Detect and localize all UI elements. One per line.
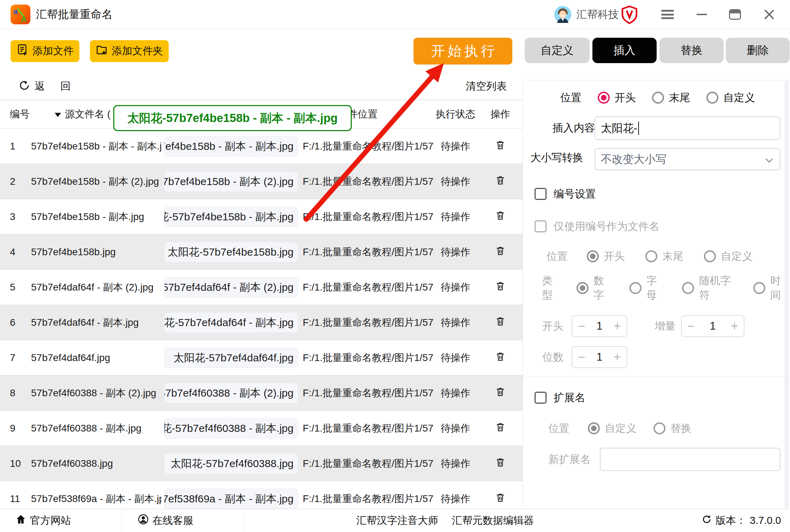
radio-insert-position-start[interactable] [598,92,610,104]
only-number-checkbox[interactable] [535,220,547,232]
trash-icon [495,492,506,506]
row-number: 11 [10,481,20,509]
radio-insert-position-start-label: 开头 [615,91,636,105]
tab-replace[interactable]: 替换 [659,38,724,63]
delete-row-button[interactable] [490,270,510,305]
tab-delete[interactable]: 删除 [726,38,790,63]
official-site-link[interactable]: 官方网站 [15,509,71,532]
clear-list-button[interactable]: 清空列表 [466,77,507,96]
delete-row-button[interactable] [490,305,510,340]
case-convert-select[interactable]: 不改变大小写 [595,148,780,170]
menu-button[interactable] [657,0,678,29]
new-filename-input[interactable]: 太阳花-57b7ef4daf64f - 副本 (2).jpg [164,277,298,298]
footer-bar: 官方网站 在线客服 汇帮汉字注音大师 汇帮元数据编辑器 版本：3.7.0.0 [0,509,790,532]
new-extension-input[interactable] [600,448,780,471]
new-filename-input[interactable]: 太阳花-57b7ef4f60388 - 副本.jpg [164,418,298,439]
delete-row-button[interactable] [490,481,510,509]
execution-status: 待操作 [434,411,477,446]
start-execute-button[interactable]: 开始执行 [414,38,512,65]
extension-checkbox[interactable] [535,392,547,404]
plus-button[interactable]: + [731,320,738,332]
radio-extension-custom[interactable] [588,422,600,434]
tab-insert[interactable]: 插入 [592,38,657,63]
row-number: 2 [10,164,16,199]
minus-button[interactable]: − [687,320,695,332]
numbering-type-row: 类型 数字 字母 随机字符 时间 [542,280,790,296]
source-filename: 57b7ef4f60388 - 副本 (2).jpg [31,375,162,411]
source-filename: 57b7ef4daf64f - 副本 (2).jpg [31,270,162,305]
sort-desc-icon[interactable] [55,113,61,117]
new-filename-input[interactable]: 太阳花-57b7ef538f69a - 副本 - 副本.jpg [164,489,298,509]
back-button[interactable]: 返 回 [18,77,77,96]
radio-type-letter[interactable] [629,282,641,294]
radio-type-number[interactable] [577,282,589,294]
file-location: F:/1.批量重命名教程/图片1/57b7e [303,411,434,446]
start-number-label: 开头 [542,315,563,337]
maximize-button[interactable] [724,0,746,29]
file-location: F:/1.批量重命名教程/图片1/57b7e [303,340,434,375]
app1-link[interactable]: 汇帮汉字注音大师 [356,509,438,532]
trash-icon [495,210,506,224]
start-number-value: 1 [596,320,602,332]
minus-button[interactable]: − [578,351,585,363]
radio-numbering-position-end[interactable] [645,250,657,262]
radio-extension-replace-label: 替换 [670,421,692,436]
version-number: 3.7.0.0 [750,515,781,526]
online-support-link[interactable]: 在线客服 [138,509,193,532]
extension-position-row: 位置 自定义 替换 [548,421,692,436]
radio-insert-position-custom[interactable] [706,92,718,104]
radio-extension-replace[interactable] [653,422,665,434]
new-filename-input[interactable]: 太阳花-57b7ef4be158b - 副本 - 副本.jpg [164,136,298,157]
new-filename-input[interactable]: 太阳花-57b7ef4be158b.jpg [164,242,298,262]
execution-status: 待操作 [434,446,477,481]
app2-label: 汇帮元数据编辑器 [452,514,534,528]
new-filename-text: 太阳花-57b7ef4daf64f - 副本 (2).jpg [164,280,294,295]
footer-separator [243,509,244,532]
close-button[interactable] [759,0,780,29]
back-icon [18,80,30,93]
new-filename-input[interactable]: 太阳花-57b7ef4f60388 - 副本 (2).jpg [164,383,298,403]
version-info: 版本：3.7.0.0 [701,509,781,532]
tab-delete-label: 删除 [747,43,769,58]
new-filename-input[interactable]: 太阳花-57b7ef4daf64f.jpg [164,348,298,368]
delete-row-button[interactable] [490,375,510,411]
col-header-status: 执行状态 [434,100,477,128]
row-number: 7 [10,340,16,375]
delete-row-button[interactable] [490,340,510,375]
minimize-button[interactable] [691,0,712,29]
minus-button[interactable]: − [578,320,585,332]
delete-row-button[interactable] [490,199,510,234]
delete-row-button[interactable] [490,411,510,446]
radio-numbering-position-custom[interactable] [704,250,716,262]
app2-link[interactable]: 汇帮元数据编辑器 [452,509,534,532]
radio-type-random[interactable] [682,282,694,294]
radio-insert-position-end[interactable] [652,92,664,104]
file-location: F:/1.批量重命名教程/图片1/57b7e [303,305,434,340]
delete-row-button[interactable] [490,164,510,199]
table-row: 257b7ef4be158b - 副本 (2).jpg太阳花-57b7ef4be… [0,164,523,199]
home-icon [15,514,26,527]
new-filename-input[interactable]: 太阳花-57b7ef4be158b - 副本.jpg [164,207,298,227]
new-filename-input[interactable]: 太阳花-57b7ef4daf64f - 副本.jpg [164,312,298,333]
col-header-source[interactable]: 源文件名 ( 2 [65,100,119,128]
numbering-checkbox[interactable] [535,188,547,200]
radio-type-time[interactable] [753,282,765,294]
delete-row-button[interactable] [490,234,510,270]
plus-button[interactable]: + [614,351,621,363]
delete-row-button[interactable] [490,446,510,481]
plus-button[interactable]: + [614,320,621,332]
add-folder-button[interactable]: 添加文件夹 [90,40,169,62]
new-filename-input[interactable]: 太阳花-57b7ef4f60388.jpg [164,453,298,474]
add-file-button[interactable]: 添加文件 [11,40,79,62]
insert-content-input[interactable]: 太阳花- [595,116,780,140]
update-refresh-icon[interactable] [701,514,712,527]
tab-custom[interactable]: 自定义 [525,38,590,63]
new-filename-input[interactable]: 太阳花-57b7ef4be158b - 副本 (2).jpg [164,171,298,192]
execution-status: 待操作 [434,129,477,164]
user-avatar[interactable] [554,6,571,23]
increment-stepper: − 1 + [681,315,744,337]
row-number: 3 [10,199,16,234]
delete-row-button[interactable] [490,129,510,164]
radio-numbering-position-start[interactable] [587,250,599,262]
panel-scrollbar[interactable] [784,81,789,508]
